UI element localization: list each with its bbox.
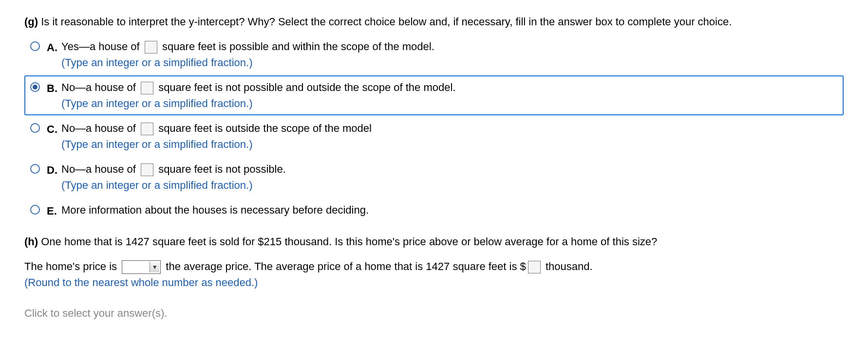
radio-c[interactable]	[30, 123, 40, 133]
part-h-question: (h) One home that is 1427 square feet is…	[24, 234, 844, 250]
part-g-prompt: Is it reasonable to interpret the y-inte…	[41, 16, 732, 28]
option-a[interactable]: A. Yes—a house of square feet is possibl…	[24, 35, 844, 74]
option-a-pre: Yes—a house of	[61, 40, 140, 53]
part-g-label: (g)	[24, 16, 38, 28]
radio-a[interactable]	[30, 41, 40, 51]
part-h-answer-mid: the average price. The average price of …	[166, 260, 526, 272]
option-b-letter: B.	[47, 80, 61, 96]
radio-d[interactable]	[30, 164, 40, 174]
option-b-input[interactable]	[141, 82, 153, 94]
option-e-text: More information about the houses is nec…	[61, 204, 369, 216]
part-h-answer-pre: The home's price is	[24, 260, 117, 272]
option-c-post: square feet is outside the scope of the …	[158, 122, 372, 134]
option-b-body: No—a house of square feet is not possibl…	[61, 79, 840, 111]
part-h-answer-post: thousand.	[546, 260, 593, 272]
radio-b[interactable]	[30, 82, 40, 92]
option-d-pre: No—a house of	[61, 163, 136, 175]
option-b-post: square feet is not possible and outside …	[158, 81, 455, 93]
option-c-letter: C.	[47, 121, 61, 137]
radio-e[interactable]	[30, 205, 40, 215]
option-d-body: No—a house of square feet is not possibl…	[61, 161, 840, 193]
option-e-body: More information about the houses is nec…	[61, 202, 840, 218]
chevron-down-icon: ▼	[150, 262, 159, 272]
option-d-hint: (Type an integer or a simplified fractio…	[61, 179, 253, 191]
option-a-post: square feet is possible and within the s…	[162, 40, 434, 53]
option-a-letter: A.	[47, 39, 61, 55]
option-d[interactable]: D. No—a house of square feet is not poss…	[24, 157, 844, 197]
option-a-input[interactable]	[145, 41, 157, 54]
footer-instruction: Click to select your answer(s).	[24, 305, 844, 321]
part-g-question: (g) Is it reasonable to interpret the y-…	[24, 14, 844, 30]
option-c-hint: (Type an integer or a simplified fractio…	[61, 138, 253, 150]
part-h-prompt: One home that is 1427 square feet is sol…	[41, 235, 657, 248]
option-a-hint: (Type an integer or a simplified fractio…	[61, 56, 253, 69]
part-h-label: (h)	[24, 235, 38, 248]
option-e-letter: E.	[47, 203, 61, 219]
option-c-input[interactable]	[141, 123, 153, 135]
option-b-hint: (Type an integer or a simplified fractio…	[61, 97, 253, 109]
above-below-dropdown[interactable]: ▼	[122, 260, 161, 274]
part-h-answer-line: The home's price is ▼ the average price.…	[24, 258, 844, 290]
part-h-hint: (Round to the nearest whole number as ne…	[24, 276, 258, 289]
option-e[interactable]: E. More information about the houses is …	[24, 198, 844, 223]
option-b-pre: No—a house of	[61, 81, 136, 93]
option-a-body: Yes—a house of square feet is possible a…	[61, 38, 840, 71]
part-g-options: A. Yes—a house of square feet is possibl…	[24, 35, 844, 223]
option-d-letter: D.	[47, 162, 61, 178]
option-d-input[interactable]	[141, 163, 153, 176]
option-d-post: square feet is not possible.	[158, 163, 286, 175]
option-c-body: No—a house of square feet is outside the…	[61, 120, 840, 152]
part-h-price-input[interactable]	[528, 261, 541, 273]
option-c[interactable]: C. No—a house of square feet is outside …	[24, 116, 844, 156]
option-b[interactable]: B. No—a house of square feet is not poss…	[24, 75, 844, 115]
option-c-pre: No—a house of	[61, 122, 136, 134]
